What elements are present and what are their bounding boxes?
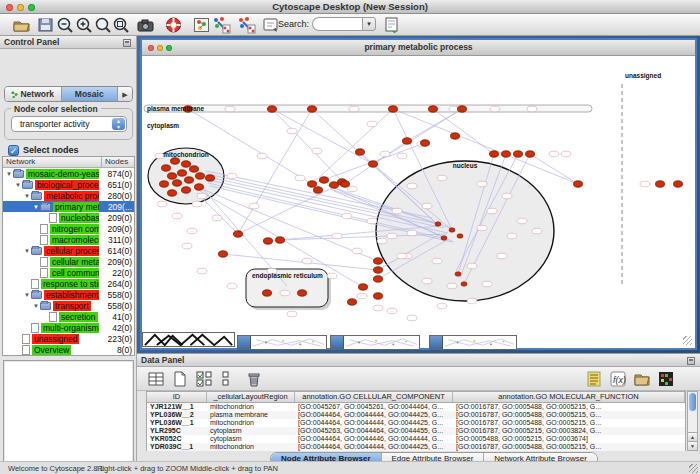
tree-row[interactable]: secretion41(0) <box>3 311 134 322</box>
folder-icon <box>22 181 33 189</box>
new-attribute-icon[interactable] <box>171 370 189 388</box>
zoom-fit-icon[interactable] <box>94 16 113 34</box>
disclosure-triangle-icon[interactable]: ▼ <box>24 292 31 298</box>
layout-icon-a[interactable] <box>212 16 231 34</box>
network-overview-icon[interactable] <box>192 16 211 34</box>
tab-overflow-arrow-icon[interactable]: ▶ <box>118 87 132 101</box>
node-label-oval <box>549 151 559 157</box>
tree-row[interactable]: nitrogen compo209(0) <box>3 223 134 234</box>
snapshot-icon[interactable] <box>136 16 155 34</box>
tab-network[interactable]: Network <box>5 87 62 101</box>
tree-row[interactable]: unassigned223(0) <box>3 333 134 344</box>
import-attributes-icon[interactable] <box>633 370 651 388</box>
table-row[interactable]: YJR121W__1mitochondrion[GO:0045267, GO:0… <box>147 403 685 411</box>
tree-row[interactable]: multi-organism pro42(0) <box>3 322 134 333</box>
network-leaf-icon <box>40 224 48 234</box>
network-view-window[interactable]: primary metabolic process plasma membran… <box>140 38 697 350</box>
table-column-header[interactable]: annotation.GO MOLECULAR_FUNCTION <box>453 392 685 402</box>
table-row[interactable]: YPL036W__2plasma membrane[GO:0044464, GO… <box>147 411 685 419</box>
overview-thumbnail[interactable] <box>142 332 235 347</box>
tree-row[interactable]: ▼transport558(0) <box>3 300 134 311</box>
folder-icon <box>31 192 42 200</box>
unselect-attributes-icon[interactable] <box>219 370 237 388</box>
graph-node <box>403 138 412 144</box>
view-close-icon[interactable] <box>148 45 154 51</box>
window-resize-grip[interactable] <box>683 336 692 345</box>
minimized-view-3[interactable] <box>429 335 517 350</box>
function-builder-icon[interactable]: f(x) <box>609 370 627 388</box>
table-row[interactable]: YLR295Ccytoplasm[GO:0045263, GO:0044464,… <box>147 427 685 435</box>
graph-edge <box>197 193 238 234</box>
float-panel-icon[interactable] <box>123 39 131 47</box>
zoom-in-icon[interactable] <box>75 16 94 34</box>
tree-row[interactable]: cell communicat22(0) <box>3 267 134 278</box>
table-column-header[interactable]: annotation.GO CELLULAR_COMPONENT <box>295 392 453 402</box>
disclosure-triangle-icon[interactable]: ▼ <box>33 204 40 210</box>
node-color-dropdown[interactable]: transporter activity ▲▼ <box>11 116 127 132</box>
tab-mosaic[interactable]: Mosaic <box>62 87 119 101</box>
view-minimize-icon[interactable] <box>157 45 163 51</box>
node-color-selection-label: Node color selection <box>11 104 101 114</box>
zoom-window-icon[interactable] <box>28 4 35 11</box>
close-window-icon[interactable] <box>6 4 13 11</box>
view-zoom-icon[interactable] <box>166 45 172 51</box>
table-row[interactable]: YPL036W__1mitochondrion[GO:0044464, GO:0… <box>147 419 685 427</box>
disclosure-triangle-icon[interactable]: ▼ <box>33 303 40 309</box>
app-resize-grip[interactable] <box>689 464 698 473</box>
tree-row[interactable]: ▼mosaic-demo-yeast874(0) <box>3 168 134 179</box>
disclosure-triangle-icon[interactable]: ▼ <box>24 193 31 199</box>
layout-icon-b[interactable] <box>237 16 256 34</box>
tree-column-network[interactable]: Network <box>3 157 102 167</box>
table-row[interactable]: YDR039C__1mitochondrion[GO:0044464, GO:0… <box>147 443 685 451</box>
tree-row[interactable]: ▼cellular process614(0) <box>3 245 134 256</box>
attribute-matrix-icon[interactable] <box>657 370 675 388</box>
disclosure-triangle-icon[interactable]: ▼ <box>15 182 22 188</box>
graph-edge <box>272 109 373 164</box>
table-scrollbar-thumb[interactable] <box>689 393 696 411</box>
minimized-view-2[interactable] <box>330 335 420 350</box>
zoom-selected-icon[interactable] <box>112 16 131 34</box>
disclosure-triangle-icon[interactable]: ▼ <box>24 248 31 254</box>
search-dropdown-arrow-icon[interactable]: ▼ <box>362 17 376 31</box>
disclosure-triangle-icon[interactable]: ▼ <box>6 171 13 177</box>
save-icon[interactable] <box>36 16 55 34</box>
tree-row[interactable]: cellular metabo209(0) <box>3 256 134 267</box>
tree-row[interactable]: ▼primary metab209(... <box>3 201 134 212</box>
graph-node <box>490 151 499 157</box>
scroll-up-icon[interactable]: ▲ <box>688 432 697 441</box>
select-attributes-icon[interactable] <box>195 370 213 388</box>
attribute-list-icon[interactable] <box>585 370 603 388</box>
help-icon[interactable] <box>164 16 183 34</box>
table-row[interactable]: YKR052Ccytoplasm[GO:0044464, GO:0044446,… <box>147 435 685 443</box>
data-panel-float-icon[interactable] <box>687 357 695 365</box>
tree-row[interactable]: ▼metabolic process280(0) <box>3 190 134 201</box>
search-input[interactable] <box>312 17 362 31</box>
tree-row[interactable]: macromolecule311(0) <box>3 234 134 245</box>
app-title: Cytoscape Desktop (New Session) <box>0 0 700 14</box>
tree-row[interactable]: ▼establishment of lo558(0) <box>3 289 134 300</box>
scroll-down-icon[interactable]: ▼ <box>688 441 697 450</box>
attribute-table[interactable]: ID_cellularLayoutRegionannotation.GO CEL… <box>146 391 686 451</box>
tree-row[interactable]: Overview8(0) <box>3 344 134 355</box>
tree-row[interactable]: nucleobase-209(0) <box>3 212 134 223</box>
tree-row[interactable]: ▼biological_process651(0) <box>3 179 134 190</box>
minimized-view-1[interactable] <box>237 335 327 350</box>
delete-attribute-icon[interactable] <box>245 370 263 388</box>
network-graph[interactable]: plasma membranecytoplasmmitochondrionnuc… <box>142 56 695 348</box>
tree-column-nodes[interactable]: Nodes <box>102 157 134 167</box>
table-column-header[interactable]: ID <box>147 392 207 402</box>
tree-row[interactable]: response to stimulu264(0) <box>3 278 134 289</box>
network-graph-canvas[interactable]: plasma membranecytoplasmmitochondrionnuc… <box>142 56 695 348</box>
network-window-title-bar[interactable]: primary metabolic process <box>142 40 695 56</box>
open-icon[interactable] <box>12 16 31 34</box>
minimize-window-icon[interactable] <box>17 4 24 11</box>
birdseye-view[interactable] <box>3 360 134 474</box>
table-scrollbar[interactable]: ▲ ▼ <box>687 391 698 451</box>
attribute-columns-icon[interactable] <box>147 370 165 388</box>
folder-icon <box>31 291 42 299</box>
import-icon[interactable] <box>382 16 401 34</box>
graph-node-small <box>457 234 463 238</box>
table-column-header[interactable]: _cellularLayoutRegion <box>207 392 295 402</box>
zoom-out-icon[interactable] <box>56 16 75 34</box>
select-nodes-checkbox[interactable]: ✓ <box>8 145 19 156</box>
